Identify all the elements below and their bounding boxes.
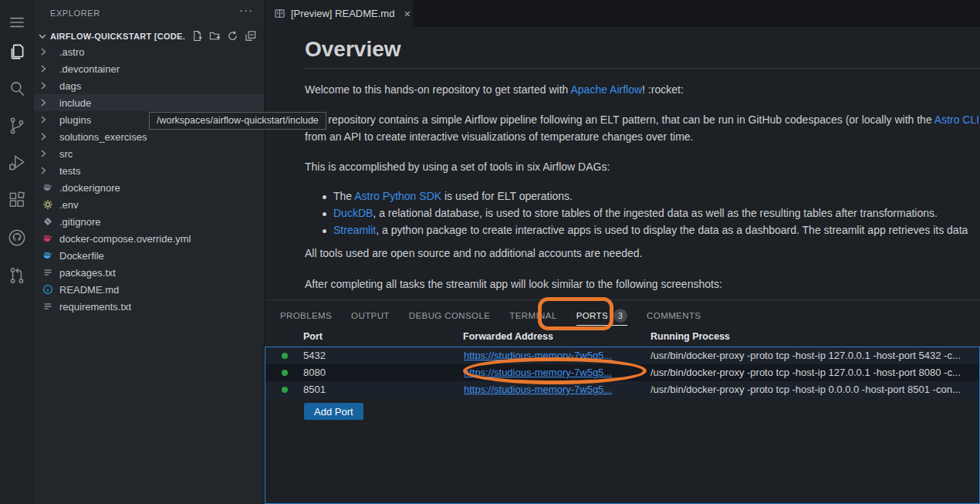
md-link[interactable]: Astro CLI — [934, 113, 979, 126]
port-number: 8501 — [303, 384, 326, 395]
text-file-icon — [42, 301, 53, 312]
col-port: Port — [303, 331, 323, 342]
tree-item-label: include — [59, 97, 91, 109]
running-process: /usr/bin/docker-proxy -proto tcp -host-i… — [651, 350, 978, 361]
more-actions-icon[interactable]: ··· — [239, 3, 253, 16]
panel-tab-problems[interactable]: PROBLEMS — [280, 300, 332, 331]
editor-tab-bar: [Preview] README.md × — [265, 0, 980, 27]
panel-tab-output[interactable]: OUTPUT — [351, 300, 390, 331]
new-file-icon[interactable] — [191, 30, 203, 42]
heading-rule — [305, 68, 980, 69]
add-port-button[interactable]: Add Port — [304, 403, 363, 420]
md-paragraph-p2l1: This repository contains a simple Airflo… — [305, 113, 979, 126]
tree-item-src[interactable]: src — [34, 145, 264, 162]
tree-item-packages-txt[interactable]: packages.txt — [34, 264, 264, 281]
explorer-title: EXPLORER — [50, 8, 100, 18]
tree-item-label: packages.txt — [59, 267, 116, 279]
source-control-icon[interactable] — [0, 110, 34, 141]
page-title: Overview — [305, 37, 401, 62]
markdown-preview-icon — [274, 8, 286, 19]
md-link[interactable]: Astro Python SDK — [354, 190, 441, 202]
tree-item-label: solutions_exercises — [59, 131, 147, 143]
tree-item-label: dags — [59, 80, 81, 92]
tree-item-requirements-txt[interactable]: requirements.txt — [34, 298, 264, 315]
tree-item-readme-md[interactable]: README.md — [34, 281, 264, 298]
tree-item-label: plugins — [59, 114, 91, 126]
tab-preview-readme[interactable]: [Preview] README.md × — [265, 0, 413, 27]
workspace-title: AIRFLOW-QUICKSTART [CODE... — [50, 32, 185, 41]
menu-icon[interactable] — [0, 7, 34, 38]
tree-item-label: tests — [59, 165, 80, 177]
port-row-5432[interactable]: 5432https://studious-memory-7w5g5.../usr… — [265, 347, 979, 364]
panel-tab-debug-console[interactable]: DEBUG CONSOLE — [409, 300, 491, 331]
tree-item-dockerfile[interactable]: Dockerfile — [34, 247, 264, 264]
chevron-right-icon — [39, 166, 48, 175]
explorer-files-icon[interactable] — [0, 36, 34, 67]
chevron-right-icon — [39, 81, 48, 90]
tree-item--devcontainer[interactable]: .devcontainer — [34, 60, 264, 77]
close-icon[interactable]: × — [404, 7, 411, 20]
md-link[interactable]: Apache Airflow — [570, 83, 642, 96]
extensions-icon[interactable] — [0, 184, 34, 215]
github-icon[interactable] — [0, 222, 34, 253]
tree-item-label: .env — [59, 199, 79, 211]
text-file-icon — [42, 267, 53, 278]
tree-item-docker-compose-override-yml[interactable]: docker-compose.override.yml — [34, 230, 264, 247]
port-row-8080[interactable]: 8080https://studious-memory-7w5g5.../usr… — [265, 364, 979, 381]
file-tree: .astro.devcontainerdagsincludepluginssol… — [34, 43, 264, 315]
chevron-right-icon — [39, 115, 48, 124]
forwarded-address-link[interactable]: https://studious-memory-7w5g5... — [464, 350, 612, 361]
run-debug-icon[interactable] — [0, 147, 34, 178]
ports-table-header: Port Forwarded Address Running Process — [265, 331, 980, 347]
chevron-down-icon — [38, 32, 47, 41]
tree-item-include[interactable]: include — [34, 94, 264, 111]
tree-item--astro[interactable]: .astro — [34, 43, 264, 60]
tree-item-label: docker-compose.override.yml — [59, 233, 191, 245]
panel-tab-ports[interactable]: PORTS3 — [576, 300, 627, 331]
collapse-folders-icon[interactable] — [245, 30, 256, 42]
forwarded-address-link[interactable]: https://studious-memory-7w5g5... — [464, 367, 612, 378]
docker-whale-icon — [42, 233, 53, 244]
tree-item-tests[interactable]: tests — [34, 162, 264, 179]
chevron-right-icon — [39, 132, 48, 141]
running-process: /usr/bin/docker-proxy -proto tcp -host-i… — [651, 367, 978, 378]
tree-item-label: .dockerignore — [59, 182, 120, 194]
md-paragraph-b1: The Astro Python SDK is used for ELT ope… — [333, 190, 573, 202]
docker-whale-icon — [42, 182, 53, 193]
tree-item-label: .astro — [59, 46, 85, 58]
panel-tab-terminal[interactable]: TERMINAL — [509, 300, 556, 331]
tree-item-solutions-exercises[interactable]: solutions_exercises — [34, 128, 264, 145]
md-paragraph-p3: This is accomplished by using a set of t… — [305, 161, 610, 173]
md-link[interactable]: DuckDB — [333, 207, 373, 219]
port-number: 5432 — [303, 350, 326, 361]
path-tooltip: /workspaces/airflow-quickstart/include — [149, 112, 326, 130]
tree-item--env[interactable]: .env — [34, 196, 264, 213]
md-paragraph-p5: After completing all tasks the streamlit… — [305, 278, 722, 290]
pull-request-icon[interactable] — [0, 260, 34, 291]
git-diamond-icon — [42, 216, 53, 227]
forwarded-address-link[interactable]: https://studious-memory-7w5g5... — [464, 384, 612, 395]
refresh-icon[interactable] — [227, 30, 238, 42]
tree-item--dockerignore[interactable]: .dockerignore — [34, 179, 264, 196]
vscode-window: EXPLORER ··· AIRFLOW-QUICKSTART [CODE...… — [0, 0, 980, 504]
chevron-right-icon — [39, 149, 48, 158]
md-paragraph-b3: Streamlit, a python package to create in… — [333, 224, 968, 236]
explorer-header: EXPLORER ··· — [34, 0, 264, 26]
port-status-icon — [282, 353, 288, 359]
port-status-icon — [282, 387, 288, 393]
tree-item-label: README.md — [59, 284, 119, 296]
tree-item--gitignore[interactable]: .gitignore — [34, 213, 264, 230]
gear-icon — [42, 199, 53, 210]
tree-item-dags[interactable]: dags — [34, 77, 264, 94]
tree-item-label: .devcontainer — [59, 63, 120, 75]
port-row-8501[interactable]: 8501https://studious-memory-7w5g5.../usr… — [265, 381, 979, 398]
md-link[interactable]: Streamlit — [333, 224, 376, 236]
tree-item-label: requirements.txt — [59, 301, 131, 313]
new-folder-icon[interactable] — [209, 30, 221, 42]
chevron-right-icon — [39, 47, 48, 56]
panel-tab-comments[interactable]: COMMENTS — [647, 300, 701, 331]
col-forwarded-address: Forwarded Address — [463, 331, 553, 342]
workspace-root[interactable]: AIRFLOW-QUICKSTART [CODE... — [34, 28, 264, 45]
search-icon[interactable] — [0, 73, 34, 104]
panel-tab-bar: PROBLEMSOUTPUTDEBUG CONSOLETERMINALPORTS… — [280, 300, 701, 331]
